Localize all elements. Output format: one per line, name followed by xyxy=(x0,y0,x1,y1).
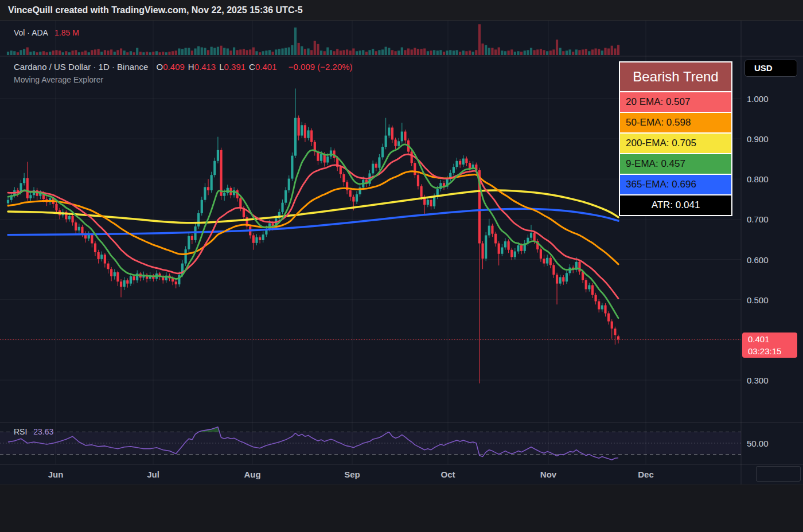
month-label-nov: Nov xyxy=(540,470,556,479)
rsi-value: 23.63 xyxy=(33,427,53,436)
month-label-aug: Aug xyxy=(244,470,260,479)
symbol-title: Cardano / US Dollar · 1D · Binance xyxy=(14,62,148,72)
currency-button[interactable]: USD xyxy=(744,60,797,77)
volume-value: 1.85 M xyxy=(54,28,79,37)
rsi-legend[interactable]: RSI 23.63 xyxy=(14,427,53,436)
ma-explorer-legend-box: Bearish Trend20 EMA: 0.50750-EMA: 0.5982… xyxy=(619,61,732,216)
legend-row: ATR: 0.041 xyxy=(620,195,731,215)
ohlc-letter: L xyxy=(219,62,224,72)
rsi-tick-label: 50.00 xyxy=(747,439,769,448)
price-tick-label: 1.000 xyxy=(747,94,769,104)
bar-countdown: 03:23:15 xyxy=(748,345,797,357)
price-tick-label: 0.500 xyxy=(747,295,769,304)
last-price-value: 0.401 xyxy=(748,333,797,345)
footer-bar: TradingView xyxy=(0,484,803,532)
ohlc-letter: O xyxy=(157,62,163,72)
time-axis-settings-box[interactable] xyxy=(756,466,801,482)
volume-label: Vol · ADA xyxy=(14,28,48,37)
ohlc-value: 0.391 xyxy=(224,62,246,72)
ohlc-letter: C xyxy=(249,62,255,72)
ohlc-letter: H xyxy=(188,62,194,72)
tradingview-chart-window: VinceQuill created with TradingView.com,… xyxy=(0,0,803,532)
legend-row: 50-EMA: 0.598 xyxy=(620,113,731,132)
price-tick-label: 0.900 xyxy=(747,134,769,144)
ohlc-value: 0.413 xyxy=(194,62,216,72)
price-tick-label: 0.600 xyxy=(747,255,769,264)
volume-legend[interactable]: Vol · ADA 1.85 M xyxy=(14,28,79,37)
legend-row: 20 EMA: 0.507 xyxy=(620,92,731,112)
price-tick-label: 0.700 xyxy=(747,214,769,224)
ohlc-value: 0.409 xyxy=(163,62,185,72)
trend-status-row: Bearish Trend xyxy=(620,62,731,91)
ohlc-readout: O0.409H0.413L0.391C0.401 xyxy=(157,62,280,72)
rsi-label: RSI xyxy=(14,427,27,436)
month-label-dec: Dec xyxy=(638,470,654,479)
legend-row: 200-EMA: 0.705 xyxy=(620,134,731,153)
month-label-oct: Oct xyxy=(441,470,455,479)
price-tick-label: 0.300 xyxy=(747,375,769,385)
month-label-sep: Sep xyxy=(344,470,360,479)
change-readout: −0.009 (−2.20%) xyxy=(289,62,353,72)
legend-row: 9-EMA: 0.457 xyxy=(620,154,731,174)
symbol-legend[interactable]: Cardano / US Dollar · 1D · Binance O0.40… xyxy=(14,62,353,72)
legend-row: 365-EMA: 0.696 xyxy=(620,175,731,194)
price-tick-label: 0.800 xyxy=(747,174,769,184)
month-label-jun: Jun xyxy=(48,470,64,479)
ohlc-value: 0.401 xyxy=(255,62,277,72)
indicator-title[interactable]: Moving Average Explorer xyxy=(14,75,103,84)
month-label-jul: Jul xyxy=(147,470,159,479)
last-price-badge: 0.401 03:23:15 xyxy=(742,332,797,358)
